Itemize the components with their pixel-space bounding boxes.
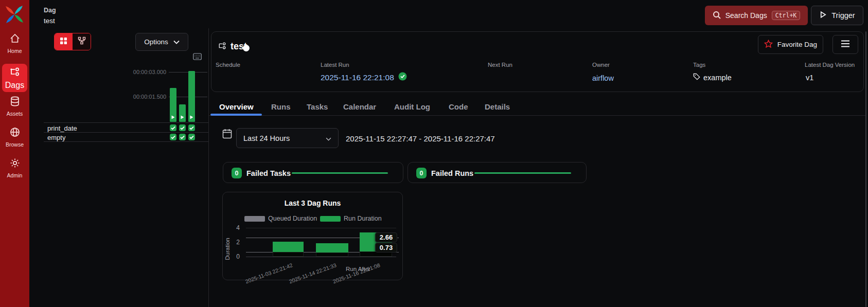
task-instance-success-icon[interactable]	[188, 134, 195, 140]
search-icon	[713, 11, 721, 21]
task-instance-success-icon[interactable]	[179, 124, 186, 131]
tabs-divider	[209, 115, 865, 116]
y-axis-tick: 4	[233, 224, 240, 231]
dag-version-value: v1	[806, 74, 813, 82]
search-dags-label: Search Dags	[725, 11, 767, 20]
sidebar-item-label: Browse	[0, 141, 29, 148]
tab-calendar[interactable]: Calendar	[343, 102, 376, 111]
tag-icon	[693, 73, 700, 82]
options-button[interactable]: Options	[135, 33, 188, 51]
owner-link[interactable]: airflow	[592, 74, 614, 82]
legend-label-run[interactable]: Run Duration	[344, 215, 382, 222]
queued-duration-bar[interactable]	[316, 252, 348, 257]
field-label: Tags	[693, 62, 705, 68]
play-icon	[819, 11, 827, 20]
sidebar-item-admin[interactable]: Admin	[0, 157, 29, 178]
tab-overview[interactable]: Overview	[219, 102, 254, 111]
task-instance-success-icon[interactable]	[188, 124, 195, 131]
tab-code[interactable]: Code	[449, 102, 468, 111]
options-label: Options	[144, 38, 168, 46]
keyboard-shortcuts-icon[interactable]	[193, 53, 202, 62]
y-axis-tick: 0	[233, 253, 240, 260]
gantt-axis-tick: 00:00:01.500	[117, 94, 166, 100]
sidebar-item-browse[interactable]: Browse	[0, 127, 29, 148]
tab-audit-log[interactable]: Audit Log	[394, 102, 430, 111]
trigger-label: Trigger	[831, 11, 855, 20]
graph-icon	[78, 37, 86, 47]
run-duration-bar[interactable]	[316, 243, 348, 252]
run-duration-bar[interactable]	[273, 242, 304, 252]
time-range-text: 2025-11-15 22:27:47 - 2025-11-16 22:27:4…	[346, 134, 495, 143]
sidebar-item-assets[interactable]: Assets	[0, 96, 29, 117]
failed-runs-label: Failed Runs	[431, 169, 473, 177]
task-instance-success-icon[interactable]	[179, 134, 186, 140]
grid-view-button[interactable]	[55, 33, 73, 50]
legend-label-queued[interactable]: Queued Duration	[268, 215, 317, 222]
failed-runs-card: 0 Failed Runs	[408, 162, 587, 183]
view-toggle-group	[54, 33, 91, 50]
y-axis-tick: 2	[233, 239, 240, 246]
chart-gridline	[246, 228, 396, 228]
legend-swatch-queued[interactable]	[244, 216, 265, 222]
chart-baseline	[246, 257, 396, 257]
home-icon	[9, 33, 21, 46]
globe-icon	[9, 127, 21, 140]
scrollbar[interactable]	[865, 31, 866, 307]
chart-title: Last 3 Dag Runs	[222, 199, 403, 207]
tab-tasks[interactable]: Tasks	[307, 102, 328, 111]
queued-duration-bar[interactable]	[273, 252, 304, 257]
chevron-down-icon	[173, 38, 180, 46]
sidebar: Home Dags Assets Browse Admin	[0, 0, 29, 307]
x-axis-title: Run After	[346, 266, 370, 272]
search-shortcut-badge: Ctrl+K	[772, 11, 801, 20]
airflow-logo-icon[interactable]	[4, 4, 25, 27]
tab-details[interactable]: Details	[485, 102, 510, 111]
failed-tasks-count-badge: 0	[232, 168, 242, 178]
dag-menu-button[interactable]	[832, 35, 858, 54]
field-label: Schedule	[216, 62, 240, 68]
play-icon	[181, 115, 184, 119]
dag-run-bar[interactable]	[188, 71, 195, 122]
tooltip-queued-duration: 0.73	[375, 243, 397, 252]
play-icon	[171, 115, 175, 119]
task-row-label[interactable]: empty	[47, 134, 65, 141]
sidebar-item-dags[interactable]: Dags	[2, 64, 27, 92]
dag-run-bar[interactable]	[179, 104, 186, 122]
dag-run-bar[interactable]	[170, 88, 176, 122]
favorite-dag-button[interactable]: Favorite Dag	[758, 35, 823, 54]
sidebar-item-label: Dags	[5, 81, 24, 89]
time-range-select[interactable]: Last 24 Hours	[236, 128, 339, 148]
y-axis-title: Duration	[224, 234, 231, 263]
graph-view-button[interactable]	[73, 33, 91, 50]
task-row-label[interactable]: print_date	[47, 124, 77, 132]
legend-swatch-run[interactable]	[320, 216, 341, 222]
favorite-dag-label: Favorite Dag	[777, 41, 817, 48]
breadcrumb: Dag	[44, 7, 56, 14]
field-label: Next Run	[488, 62, 512, 68]
latest-run-link[interactable]: 2025-11-16 22:21:08	[321, 73, 394, 82]
sidebar-item-home[interactable]: Home	[0, 33, 29, 54]
dag-icon	[9, 67, 21, 81]
task-instance-success-icon[interactable]	[170, 134, 176, 140]
tag-value[interactable]: example	[703, 74, 732, 82]
gear-icon	[9, 157, 21, 171]
star-icon	[764, 40, 773, 50]
tooltip-run-duration: 2.66	[375, 232, 397, 242]
active-tab-indicator	[210, 114, 262, 116]
breadcrumb-dag-name[interactable]: test	[44, 17, 55, 25]
dag-header-card: test Schedule Latest Run 2025-11-16 22:2…	[211, 31, 864, 92]
task-instance-success-icon[interactable]	[170, 124, 176, 131]
trigger-button[interactable]: Trigger	[811, 6, 863, 25]
field-label: Latest Run	[321, 62, 349, 68]
grid-icon	[60, 37, 67, 47]
airflow-dag-page: Home Dags Assets Browse Admin	[0, 0, 868, 307]
search-dags-button[interactable]: Search Dags Ctrl+K	[705, 6, 808, 25]
database-icon	[9, 96, 21, 109]
tab-runs[interactable]: Runs	[271, 102, 291, 111]
play-icon	[190, 115, 193, 119]
panel-divider[interactable]	[208, 28, 209, 307]
time-range-value: Last 24 Hours	[243, 134, 290, 142]
field-label: Owner	[592, 62, 610, 68]
calendar-icon	[222, 129, 232, 141]
failed-runs-sparkline	[474, 172, 571, 174]
